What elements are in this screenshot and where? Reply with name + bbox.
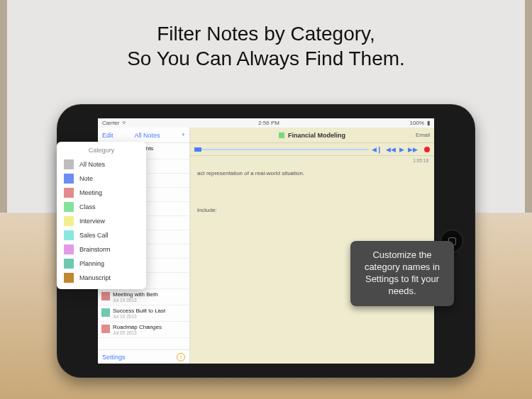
battery-icon: ▮ <box>427 120 430 126</box>
playback-controls: ◀❙ ◀◀ ▶ ▶▶ <box>372 146 430 153</box>
popover-title: Category <box>57 145 146 157</box>
category-row[interactable]: Class <box>57 200 146 214</box>
main-toolbar: Financial Modeling Email <box>190 128 434 143</box>
skip-back-icon[interactable]: ◀❙ <box>372 146 382 153</box>
note-title: Financial Modeling <box>288 132 345 139</box>
settings-button[interactable]: Settings <box>102 354 126 361</box>
rewind-icon[interactable]: ◀◀ <box>386 146 396 153</box>
note-row-date: Jul 19 2013 <box>113 298 158 303</box>
category-popover: Category All NotesNoteMeetingClassInterv… <box>57 142 146 289</box>
body-line-1: act representation of a real-world situa… <box>197 169 427 178</box>
note-row-date: Jul 05 2013 <box>113 330 162 335</box>
category-label: Sales Call <box>79 232 109 239</box>
status-battery: 100% <box>410 120 424 126</box>
note-text: Roadmap ChangesJul 05 2013 <box>113 324 162 335</box>
email-button[interactable]: Email <box>416 132 430 138</box>
playback-track[interactable] <box>194 149 369 150</box>
category-row[interactable]: Interview <box>57 214 146 228</box>
category-label: Manuscript <box>79 274 111 281</box>
status-carrier: Carrier <box>102 120 119 126</box>
note-row-date: Jul 10 2013 <box>113 314 165 319</box>
status-time: 2:56 PM <box>258 120 279 126</box>
note-row[interactable]: Success Built to LastJul 10 2013 <box>98 305 189 322</box>
category-row[interactable]: Sales Call <box>57 228 146 242</box>
note-text: Success Built to LastJul 10 2013 <box>113 308 165 319</box>
category-label: Brainstorm <box>79 246 111 253</box>
note-swatch <box>101 292 110 300</box>
category-swatch <box>64 216 74 226</box>
body-line-2: include: <box>197 206 427 215</box>
headline-line-2: So You Can Always Find Them. <box>0 46 532 71</box>
timecode: 1:05:18 <box>413 158 428 163</box>
category-swatch <box>64 273 74 283</box>
note-row-title: Roadmap Changes <box>113 324 162 330</box>
category-swatch <box>64 174 74 184</box>
headline-line-1: Filter Notes by Category, <box>0 21 532 46</box>
category-swatch <box>64 202 74 212</box>
note-swatch <box>101 308 110 317</box>
category-row[interactable]: Note <box>57 172 146 186</box>
playback-bar: ◀❙ ◀◀ ▶ ▶▶ <box>190 143 434 156</box>
note-row[interactable]: Meeting with BethJul 19 2013 <box>98 289 189 305</box>
category-label: All Notes <box>79 161 105 168</box>
category-swatch <box>64 159 74 169</box>
status-bar: Carrier ᯤ 2:56 PM 100% ▮ <box>98 118 434 128</box>
note-text: Meeting with BethJul 19 2013 <box>113 291 158 303</box>
category-swatch <box>64 230 74 240</box>
help-tooltip: Customize the category names in Settings… <box>350 241 454 306</box>
play-icon[interactable]: ▶ <box>399 146 404 153</box>
add-note-button[interactable]: + <box>182 132 185 138</box>
promo-headline: Filter Notes by Category, So You Can Alw… <box>0 21 532 71</box>
sidebar-title[interactable]: All Notes <box>135 132 160 139</box>
note-title-wrap: Financial Modeling <box>279 132 345 139</box>
fast-forward-icon[interactable]: ▶▶ <box>408 146 418 153</box>
category-label: Interview <box>79 218 105 225</box>
category-row[interactable]: Brainstorm <box>57 242 146 257</box>
info-icon[interactable]: i <box>177 353 185 361</box>
category-label: Class <box>79 203 96 210</box>
record-icon[interactable] <box>424 147 430 152</box>
sidebar-footer: Settings i <box>98 349 189 364</box>
wifi-icon: ᯤ <box>122 120 128 126</box>
sidebar-toolbar: Edit All Notes + <box>98 128 189 143</box>
note-category-swatch <box>279 133 284 138</box>
category-row[interactable]: Planning <box>57 257 146 271</box>
category-swatch <box>64 188 74 198</box>
category-label: Meeting <box>79 189 102 196</box>
category-label: Note <box>79 175 93 182</box>
note-row[interactable]: Roadmap ChangesJul 05 2013 <box>98 322 189 338</box>
note-swatch <box>101 325 110 333</box>
category-swatch <box>64 245 74 254</box>
category-swatch <box>64 259 74 269</box>
category-row[interactable]: All Notes <box>57 157 146 172</box>
category-row[interactable]: Meeting <box>57 186 146 200</box>
note-row-title: Meeting with Beth <box>113 291 158 298</box>
note-row-title: Success Built to Last <box>113 308 165 314</box>
category-label: Planning <box>79 260 104 267</box>
category-row[interactable]: Manuscript <box>57 271 146 285</box>
